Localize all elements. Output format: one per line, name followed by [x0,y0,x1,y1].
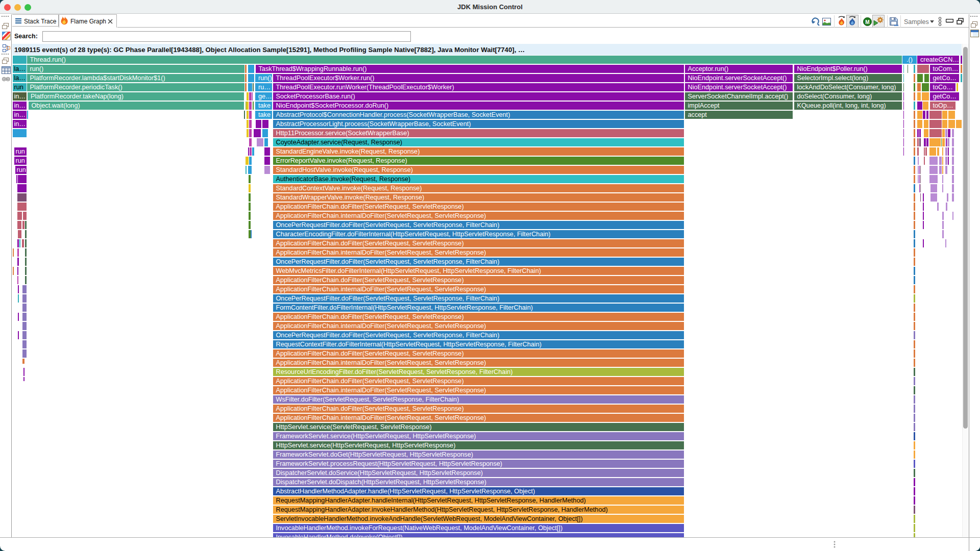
svg-text:M: M [865,19,869,25]
